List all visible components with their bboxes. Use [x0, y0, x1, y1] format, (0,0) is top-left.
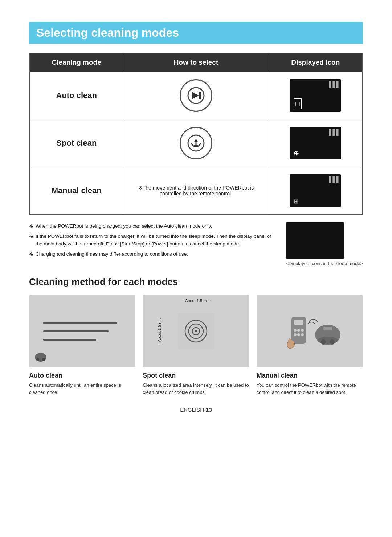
- method-image-manual: [257, 295, 363, 367]
- col-header-mode: Cleaning mode: [29, 53, 123, 72]
- sleep-panel-wrap: <Displayed icons in the sleep mode>: [286, 222, 363, 266]
- svg-point-20: [318, 337, 338, 344]
- signal-bars-manual: ▐▐▐: [327, 176, 338, 183]
- table-row: Spot clean ▐▐▐ ⊕: [29, 119, 363, 167]
- spiral-icon: [176, 311, 216, 351]
- svg-rect-23: [323, 327, 332, 330]
- display-panel-manual: ▐▐▐ ⊞: [290, 174, 341, 207]
- sleep-label: <Displayed icons in the sleep mode>: [286, 261, 363, 266]
- mode-symbol-manual: ⊞: [294, 198, 298, 205]
- note-1: When the POWERbot is being charged, you …: [29, 222, 279, 230]
- how-to-manual: ※The movement and direction of the POWER…: [123, 167, 269, 215]
- svg-point-17: [297, 333, 300, 336]
- svg-point-13: [294, 329, 297, 332]
- svg-point-6: [35, 353, 46, 362]
- methods-section-title: Cleaning method for each modes: [29, 276, 363, 288]
- mode-name-manual: Manual clean: [29, 167, 123, 215]
- auto-clean-button-icon: [180, 79, 212, 112]
- svg-point-14: [297, 329, 300, 332]
- method-name-manual: Manual clean: [257, 372, 363, 379]
- svg-marker-4: [194, 139, 198, 142]
- spot-container: ← About 1.5 m → ↑ About 1.5 m ↓: [143, 295, 249, 367]
- display-icon-auto: ▐▐▐ □: [269, 72, 363, 119]
- mode-name-auto: Auto clean: [29, 72, 123, 119]
- note-2: If the POWERbot fails to return to the c…: [29, 232, 279, 248]
- page-title: Selecting cleaning modes: [29, 22, 363, 44]
- measure-v-label: ↑ About 1.5 m ↓: [157, 317, 162, 345]
- method-name-auto: Auto clean: [29, 372, 135, 379]
- signal-bars-auto: ▐▐▐: [327, 81, 338, 88]
- svg-point-21: [321, 339, 326, 345]
- svg-point-7: [36, 358, 39, 361]
- notes-section: When the POWERbot is being charged, you …: [29, 222, 363, 266]
- display-panel-auto: ▐▐▐ □: [290, 79, 341, 112]
- method-desc-auto: Cleans automatically until an entire spa…: [29, 382, 135, 396]
- mode-symbol-auto: □: [294, 98, 302, 109]
- method-card-auto: Auto clean Cleans automatically until an…: [29, 295, 135, 396]
- svg-rect-12: [294, 320, 303, 325]
- how-to-auto: [123, 72, 269, 119]
- method-desc-spot: Cleans a localized area intensely. It ca…: [143, 382, 249, 396]
- table-row: Manual clean ※The movement and direction…: [29, 167, 363, 215]
- svg-point-8: [42, 358, 45, 361]
- page-lang: ENGLISH-: [180, 407, 206, 413]
- manual-illustration: [270, 306, 350, 357]
- mode-symbol-spot: ⊕: [294, 149, 299, 157]
- method-card-manual: Manual clean You can control the POWERbo…: [257, 295, 363, 396]
- display-icon-spot: ▐▐▐ ⊕: [269, 119, 363, 167]
- method-grid: Auto clean Cleans automatically until an…: [29, 295, 363, 396]
- how-to-spot: [123, 119, 269, 167]
- notes-text: When the POWERbot is being charged, you …: [29, 222, 279, 260]
- col-header-icon: Displayed icon: [269, 53, 363, 72]
- svg-marker-1: [192, 92, 199, 99]
- spot-clean-button-icon: [180, 127, 212, 159]
- method-desc-manual: You can control the POWERbot with the re…: [257, 382, 363, 396]
- method-image-auto: [29, 295, 135, 367]
- svg-point-10: [195, 330, 197, 332]
- cleaning-mode-table: Cleaning mode How to select Displayed ic…: [29, 53, 363, 215]
- display-icon-manual: ▐▐▐ ⊞: [269, 167, 363, 215]
- measure-h-label: ← About 1.5 m →: [180, 298, 212, 303]
- method-card-spot: ← About 1.5 m → ↑ About 1.5 m ↓ Spot cle…: [143, 295, 249, 396]
- col-header-how: How to select: [123, 53, 269, 72]
- mode-name-spot: Spot clean: [29, 119, 123, 167]
- svg-point-18: [301, 333, 304, 336]
- page-num-value: 13: [206, 407, 212, 413]
- note-3: Charging and cleaning times may differ a…: [29, 250, 279, 258]
- method-name-spot: Spot clean: [143, 372, 249, 379]
- display-panel-spot: ▐▐▐ ⊕: [290, 127, 341, 159]
- sleep-panel: [286, 222, 344, 259]
- svg-point-22: [330, 339, 335, 345]
- signal-bars-spot: ▐▐▐: [327, 129, 338, 135]
- svg-point-16: [294, 333, 297, 336]
- page-number: ENGLISH-13: [29, 407, 363, 413]
- svg-point-15: [301, 329, 304, 332]
- svg-rect-2: [199, 92, 201, 99]
- table-row: Auto clean ▐▐▐ □: [29, 72, 363, 119]
- method-image-spot: ← About 1.5 m → ↑ About 1.5 m ↓: [143, 295, 249, 367]
